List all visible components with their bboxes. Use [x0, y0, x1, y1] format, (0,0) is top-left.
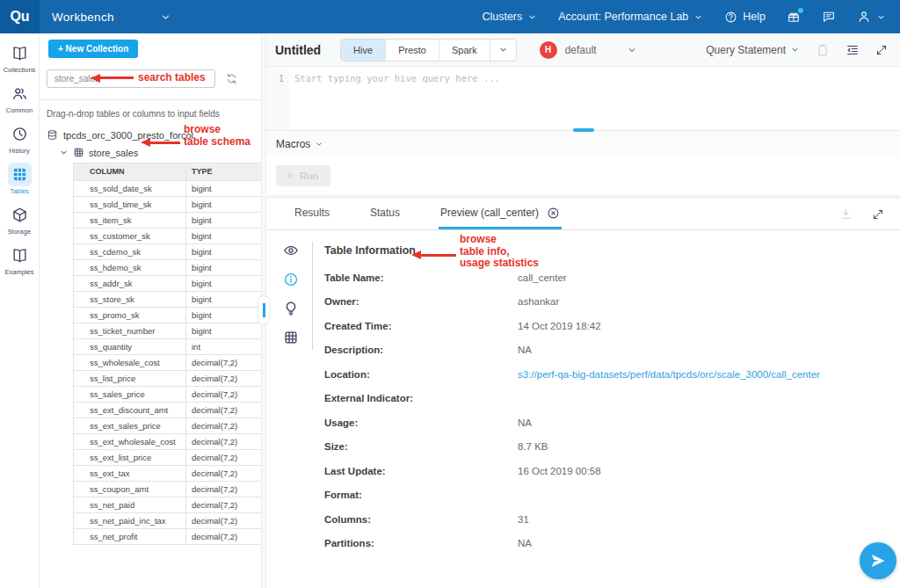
engine-more-chevron-icon[interactable] [490, 40, 516, 61]
expand-editor-icon[interactable] [875, 44, 888, 56]
feedback-button[interactable] [822, 10, 836, 24]
whats-new-button[interactable] [787, 10, 801, 24]
refresh-icon[interactable] [225, 72, 238, 85]
app-title: Workbench [52, 11, 114, 24]
preview-data-icon[interactable] [283, 243, 299, 258]
column-type: decimal(7,2) [186, 371, 262, 387]
table-row[interactable]: ss_ext_discount_amtdecimal(7,2) [74, 403, 262, 418]
help-menu[interactable]: Help [724, 11, 766, 24]
column-type: decimal(7,2) [186, 434, 262, 450]
table-row[interactable]: ss_sold_time_skbigint [74, 197, 262, 213]
tab-label: Status [370, 207, 400, 219]
table-row[interactable]: ss_customer_skbigint [74, 229, 262, 244]
editor-placeholder[interactable]: Start typing your hive query here ... [289, 67, 900, 130]
query-statement-dropdown[interactable]: Query Statement [706, 44, 800, 56]
new-collection-button[interactable]: + New Collection [48, 40, 138, 58]
app-switcher-chevron-icon[interactable] [160, 11, 171, 23]
search-tables-input[interactable] [47, 69, 215, 88]
tree-database-row[interactable]: tpcds_orc_3000_presto_forcol [47, 129, 261, 141]
support-fab-button[interactable] [860, 542, 896, 579]
table-row[interactable]: ss_net_paiddecimal(7,2) [74, 497, 262, 513]
engine-button-hive[interactable]: Hive [341, 40, 386, 61]
macros-label[interactable]: Macros [276, 138, 310, 150]
preview-panel: Table Information Table Name:call_center… [266, 230, 900, 588]
tree-table-row[interactable]: store_sales [47, 147, 261, 158]
column-type: bigint [186, 308, 262, 323]
tables-sidebar: + New Collection Drag-n-drop tables or c… [40, 33, 261, 588]
table-row[interactable]: ss_item_skbigint [74, 213, 262, 229]
table-row[interactable]: ss_quantityint [74, 339, 262, 355]
column-name: ss_customer_sk [74, 229, 186, 244]
close-icon[interactable] [547, 207, 560, 220]
expand-results-icon[interactable] [872, 208, 884, 221]
table-information-heading: Table Information [324, 244, 884, 257]
account-menu[interactable]: Account: Performance Lab [558, 11, 703, 23]
query-title[interactable]: Untitled [275, 43, 321, 57]
column-type: bigint [186, 213, 262, 229]
table-row[interactable]: ss_wholesale_costdecimal(7,2) [74, 355, 262, 371]
usage-insights-icon[interactable] [283, 301, 299, 316]
editor-resize-handle[interactable] [573, 128, 594, 132]
sidebar-item-collections[interactable]: Collections [0, 41, 40, 74]
column-type: bigint [186, 244, 262, 260]
table-row[interactable]: ss_net_paid_inc_taxdecimal(7,2) [74, 513, 262, 529]
sidebar-item-tables[interactable]: Tables [0, 163, 40, 195]
column-name: ss_store_sk [74, 292, 186, 308]
qubole-logo[interactable]: Qu [0, 0, 40, 33]
sidebar-item-common[interactable]: Common [0, 82, 40, 114]
column-type: decimal(7,2) [186, 529, 262, 545]
engine-selector: HivePrestoSpark [340, 39, 517, 62]
format-query-icon[interactable] [846, 43, 860, 57]
clusters-menu[interactable]: Clusters [482, 11, 537, 23]
table-row[interactable]: ss_ext_taxdecimal(7,2) [74, 466, 262, 482]
table-row[interactable]: ss_coupon_amtdecimal(7,2) [74, 482, 262, 497]
field-label: Last Update: [324, 466, 518, 476]
column-type: bigint [186, 323, 262, 339]
column-type: decimal(7,2) [186, 482, 262, 497]
table-row[interactable]: ss_ext_wholesale_costdecimal(7,2) [74, 434, 262, 450]
run-button[interactable]: Run [276, 165, 330, 186]
database-name: tpcds_orc_3000_presto_forcol [63, 130, 193, 141]
user-menu[interactable] [857, 10, 886, 24]
query-editor[interactable]: 1 Start typing your hive query here ... [266, 67, 900, 130]
table-row[interactable]: ss_store_skbigint [74, 292, 262, 308]
table-row[interactable]: ss_ext_sales_pricedecimal(7,2) [74, 418, 262, 434]
sidebar-item-examples[interactable]: Examples [0, 243, 40, 276]
table-row[interactable]: ss_addr_skbigint [74, 276, 262, 292]
panel-resize-handle[interactable] [258, 296, 269, 324]
user-icon [857, 10, 871, 24]
sidebar-item-history[interactable]: History [0, 122, 40, 155]
cluster-name: default [565, 44, 597, 56]
tab-results[interactable]: Results [293, 199, 331, 229]
cluster-dropdown-chevron-icon[interactable] [627, 45, 637, 55]
expand-chevron-icon[interactable] [59, 148, 69, 157]
tab-status[interactable]: Status [368, 199, 402, 229]
macros-chevron-icon[interactable] [315, 140, 323, 149]
table-row[interactable]: ss_cdemo_skbigint [74, 244, 262, 260]
table-row[interactable]: ss_list_pricedecimal(7,2) [74, 371, 262, 387]
table-row[interactable]: ss_hdemo_skbigint [74, 260, 262, 276]
clipboard-icon[interactable] [816, 43, 830, 57]
info-field-row: External Indicator: [324, 387, 884, 411]
download-icon[interactable] [839, 207, 853, 221]
column-name: ss_net_profit [74, 529, 186, 545]
table-info-icon[interactable] [283, 272, 299, 287]
table-row[interactable]: ss_ticket_numberbigint [74, 323, 262, 339]
column-type: bigint [186, 181, 262, 197]
engine-button-spark[interactable]: Spark [439, 40, 490, 61]
table-row[interactable]: ss_sales_pricedecimal(7,2) [74, 387, 262, 403]
tab-preview-call-center[interactable]: Preview (call_center) [439, 199, 562, 229]
columns-icon[interactable] [283, 330, 299, 345]
table-row[interactable]: ss_sold_date_skbigint [74, 181, 262, 197]
column-type: bigint [186, 260, 262, 276]
field-value[interactable]: s3://perf-qa-big-datasets/perf/data/tpcd… [518, 369, 820, 380]
info-field-row: Table Name:call_center [324, 265, 884, 290]
table-row[interactable]: ss_net_profitdecimal(7,2) [74, 529, 262, 545]
table-row[interactable]: ss_promo_skbigint [74, 308, 262, 323]
divider [312, 242, 313, 350]
column-name: ss_ext_list_price [74, 450, 186, 466]
column-name: ss_ticket_number [74, 323, 186, 339]
table-row[interactable]: ss_ext_list_pricedecimal(7,2) [74, 450, 262, 466]
sidebar-item-storage[interactable]: Storage [0, 203, 40, 236]
engine-button-presto[interactable]: Presto [386, 40, 439, 61]
